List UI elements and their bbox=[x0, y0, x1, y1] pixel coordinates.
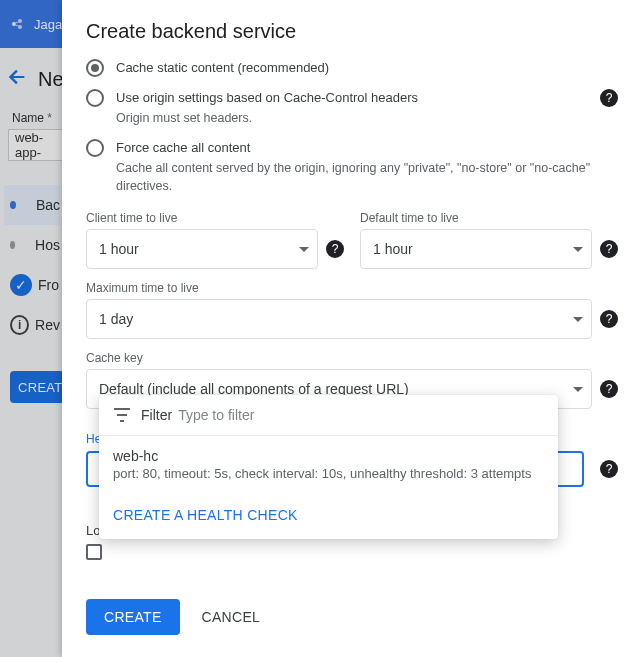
default-ttl-select[interactable]: 1 hour bbox=[360, 229, 592, 269]
cache-option-label: Force cache all content bbox=[116, 139, 618, 157]
filter-placeholder: Type to filter bbox=[178, 407, 254, 423]
health-check-option[interactable]: web-hc port: 80, timeout: 5s, check inte… bbox=[99, 436, 558, 493]
client-ttl-label: Client time to live bbox=[86, 211, 344, 225]
cache-option-text: Use origin settings based on Cache-Contr… bbox=[116, 89, 592, 127]
create-button[interactable]: CREATE bbox=[86, 599, 180, 635]
filter-icon bbox=[113, 408, 131, 422]
chevron-down-icon bbox=[573, 247, 583, 252]
cache-key-label: Cache key bbox=[86, 351, 618, 365]
max-ttl-select[interactable]: 1 day bbox=[86, 299, 592, 339]
cache-option-static[interactable]: Cache static content (recommended) bbox=[86, 53, 618, 83]
help-icon[interactable]: ? bbox=[326, 240, 344, 258]
ttl-row: Client time to live 1 hour ? Default tim… bbox=[86, 211, 618, 269]
cache-option-origin[interactable]: Use origin settings based on Cache-Contr… bbox=[86, 83, 618, 133]
logging-checkbox-row[interactable] bbox=[86, 544, 618, 560]
chevron-down-icon bbox=[299, 247, 309, 252]
dropdown-filter[interactable]: Filter Type to filter bbox=[99, 395, 558, 435]
option-name: web-hc bbox=[113, 448, 544, 464]
checkbox-icon bbox=[86, 544, 102, 560]
default-ttl: Default time to live 1 hour ? bbox=[360, 211, 618, 269]
help-icon[interactable]: ? bbox=[600, 89, 618, 107]
create-health-check-link[interactable]: CREATE A HEALTH CHECK bbox=[99, 493, 558, 539]
default-ttl-label: Default time to live bbox=[360, 211, 618, 225]
option-desc: port: 80, timeout: 5s, check interval: 1… bbox=[113, 466, 544, 481]
radio-icon bbox=[86, 59, 104, 77]
cache-option-label: Cache static content (recommended) bbox=[116, 59, 618, 77]
cancel-button[interactable]: CANCEL bbox=[202, 599, 261, 635]
security-heading: S bbox=[86, 582, 618, 583]
panel-title: Create backend service bbox=[86, 20, 618, 43]
filter-label: Filter bbox=[141, 407, 172, 423]
help-icon[interactable]: ? bbox=[600, 240, 618, 258]
max-ttl: Maximum time to live 1 day ? bbox=[86, 281, 618, 339]
help-icon[interactable]: ? bbox=[600, 310, 618, 328]
help-icon[interactable]: ? bbox=[600, 460, 618, 478]
chevron-down-icon bbox=[573, 317, 583, 322]
cache-option-label: Use origin settings based on Cache-Contr… bbox=[116, 89, 592, 107]
help-icon[interactable]: ? bbox=[600, 380, 618, 398]
cache-option-sub: Cache all content served by the origin, … bbox=[116, 159, 618, 195]
cache-option-text: Force cache all content Cache all conten… bbox=[116, 139, 618, 195]
panel-header: Create backend service bbox=[62, 0, 642, 53]
client-ttl: Client time to live 1 hour ? bbox=[86, 211, 344, 269]
radio-icon bbox=[86, 89, 104, 107]
max-ttl-label: Maximum time to live bbox=[86, 281, 618, 295]
cache-option-force[interactable]: Force cache all content Cache all conten… bbox=[86, 133, 618, 201]
health-check-dropdown: Filter Type to filter web-hc port: 80, t… bbox=[99, 395, 558, 539]
client-ttl-select[interactable]: 1 hour bbox=[86, 229, 318, 269]
chevron-down-icon bbox=[573, 387, 583, 392]
panel-footer: CREATE CANCEL bbox=[62, 583, 642, 657]
radio-icon bbox=[86, 139, 104, 157]
cache-option-sub: Origin must set headers. bbox=[116, 109, 592, 127]
create-backend-panel: Create backend service Cache static cont… bbox=[62, 0, 642, 657]
